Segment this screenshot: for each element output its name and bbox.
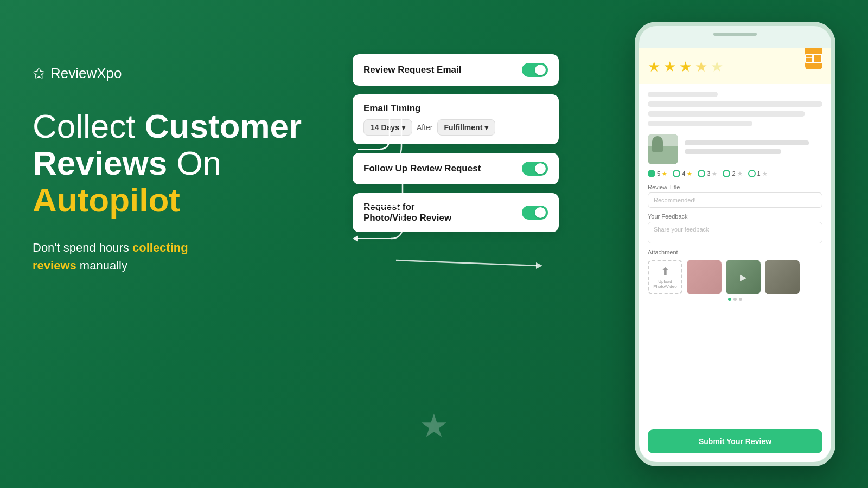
phone-body: 5 ★ 4 ★ 3 ★ 2 ★ [639,84,831,309]
timing-controls: 14 Days ▾ After Fulfillment ▾ [363,119,495,136]
rating-3-star-icon: ★ [712,170,717,177]
photo-thumb-2 [726,260,761,294]
phone-mockup: ★ ★ ★ ★ ★ [635,22,835,466]
days-value: 14 Days [371,123,399,132]
photo-video-label-1: Request for [363,202,522,213]
product-thumbnail [648,134,678,164]
upload-text: Upload Photo/Video [649,279,681,289]
flow-card-1-label: Review Request Email [363,65,461,75]
radio-3-icon [698,170,705,177]
feedback-label: Your Feedback [648,213,822,220]
subtext-collecting: collecting [132,241,188,254]
radio-5-icon [648,170,655,177]
rating-2-stars[interactable]: 2 ★ [723,170,742,177]
phone-notch [713,33,757,36]
dot-2 [733,298,737,301]
flow-card-review-request: Review Request Email [353,54,559,86]
upload-cloud-icon: ⬆ [661,265,670,278]
rating-3-label: 3 [707,170,710,177]
svg-rect-9 [806,55,813,63]
decorative-star: ★ [419,407,449,445]
photo-video-label-2: Photo/Video Review [363,213,522,223]
brand-name: ReviewXpo [50,65,122,82]
star-2-icon: ★ [663,59,676,75]
headline-on: On [167,144,221,182]
rating-5-label: 5 [657,170,660,177]
headline-reviews: Reviews [33,144,167,182]
rating-1-label: 1 [757,170,761,177]
subtext-reviews: reviews [33,259,76,272]
photo-video-toggle[interactable] [522,206,548,220]
skeleton-4 [648,121,752,126]
flow-card-3-label: Follow Up Review Request [363,163,481,174]
review-title-label: Review Title [648,184,822,190]
product-info [685,140,822,158]
email-timing-label: Email Timing [363,103,421,114]
phone-header: ★ ★ ★ ★ ★ [639,48,831,84]
star-5-icon: ★ [711,59,723,75]
follow-up-toggle[interactable] [522,162,548,176]
headline-autopilot: Autopilot [33,181,180,219]
star-1-icon: ★ [648,59,660,75]
photo-video-label-block: Request for Photo/Video Review [363,202,522,223]
photo-thumb-1 [687,260,722,294]
radio-4-icon [673,170,680,177]
svg-line-7 [396,260,537,266]
bookmark-badge [805,48,822,69]
star-4-icon: ★ [695,59,707,75]
left-section: ✩ ReviewXpo Collect Customer Reviews On … [33,65,315,274]
attachment-row: ⬆ Upload Photo/Video [648,260,822,294]
rating-4-star-icon: ★ [687,170,692,177]
carousel-dots [648,298,822,301]
headline-collect: Collect [33,107,145,145]
flow-card-photo-video: Request for Photo/Video Review [353,193,559,232]
dot-3 [739,298,742,301]
radio-1-icon [748,170,756,177]
upload-box[interactable]: ⬆ Upload Photo/Video [648,260,682,294]
logo: ✩ ReviewXpo [33,65,315,82]
subtext-manually: manually [76,259,127,272]
logo-star-icon: ✩ [33,66,45,81]
star-3-icon: ★ [679,59,692,75]
rating-5-star-icon: ★ [662,170,667,177]
rating-4-stars[interactable]: 4 ★ [673,170,692,177]
rating-3-stars[interactable]: 3 ★ [698,170,717,177]
radio-2-icon [723,170,730,177]
rating-4-label: 4 [682,170,685,177]
phone-content: ★ ★ ★ ★ ★ [639,48,831,462]
submit-review-button[interactable]: Submit Your Review [648,429,822,453]
days-select[interactable]: 14 Days ▾ [363,119,412,136]
attachment-label: Attachment [648,249,822,255]
flow-card-email-timing: Email Timing 14 Days ▾ After Fulfillment… [353,94,559,144]
rating-2-label: 2 [732,170,735,177]
rating-1-star[interactable]: 1 ★ [748,170,768,177]
star-rating-row: 5 ★ 4 ★ 3 ★ 2 ★ [648,170,822,177]
skeleton-1 [648,92,718,97]
attachment-section: Attachment ⬆ Upload Photo/Video [648,249,822,301]
subtext: Don't spend hours collecting reviews man… [33,239,315,274]
flow-cards-section: Review Request Email Email Timing 14 Day… [353,54,559,241]
fulfillment-chevron-icon: ▾ [484,123,488,132]
rating-2-star-icon: ★ [737,170,743,177]
skeleton-3 [648,111,805,117]
review-title-input[interactable]: Recommended! [648,192,822,208]
feedback-input[interactable]: Share your feedback [648,222,822,243]
rating-1-star-icon: ★ [762,170,768,177]
product-row [648,134,822,164]
product-line-1 [685,140,809,145]
review-request-toggle[interactable] [522,63,548,77]
headline-customer: Customer [145,107,302,145]
after-text: After [417,123,433,132]
flow-card-follow-up: Follow Up Review Request [353,153,559,184]
review-title-row: Review Title Recommended! [648,184,822,208]
svg-marker-8 [536,262,542,269]
headline: Collect Customer Reviews On Autopilot [33,108,315,219]
subtext-part1: Don't spend hours [33,241,132,254]
fulfillment-value: Fulfillment [444,123,483,132]
rating-5-stars[interactable]: 5 ★ [648,170,667,177]
dot-1 [728,298,731,301]
photo-thumb-3 [765,260,800,294]
skeleton-2 [648,101,822,107]
fulfillment-select[interactable]: Fulfillment ▾ [437,119,496,136]
product-line-2 [685,149,781,154]
